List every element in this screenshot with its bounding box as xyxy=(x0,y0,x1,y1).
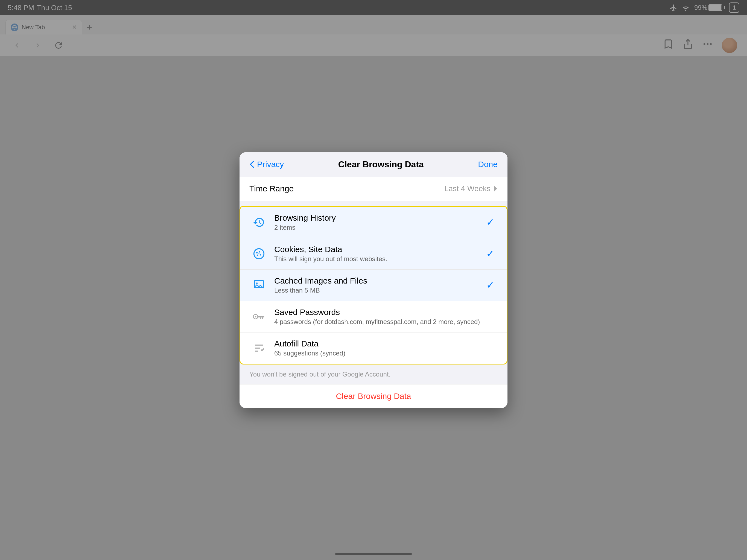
autofill-subtitle: 65 suggestions (synced) xyxy=(274,350,497,357)
autofill-text: Autofill Data 65 suggestions (synced) xyxy=(274,339,497,357)
clear-browsing-data-modal: Privacy Clear Browsing Data Done Time Ra… xyxy=(239,152,508,408)
browsing-history-check: ✓ xyxy=(484,217,497,228)
browsing-history-title: Browsing History xyxy=(274,213,484,223)
time-range-text: Last 4 Weeks xyxy=(444,184,491,193)
clear-browsing-data-button[interactable]: Clear Browsing Data xyxy=(239,384,508,408)
cookies-row[interactable]: Cookies, Site Data This will sign you ou… xyxy=(240,238,507,270)
modal-header: Privacy Clear Browsing Data Done xyxy=(239,152,508,177)
cookies-subtitle: This will sign you out of most websites. xyxy=(274,255,484,263)
cached-text: Cached Images and Files Less than 5 MB xyxy=(274,276,484,294)
items-section: Browsing History 2 items ✓ xyxy=(239,206,508,364)
autofill-icon xyxy=(250,339,268,357)
history-icon xyxy=(250,213,268,231)
svg-point-10 xyxy=(258,253,259,254)
browsing-history-subtitle: 2 items xyxy=(274,224,484,231)
svg-point-14 xyxy=(255,316,256,317)
footer-note: You won't be signed out of your Google A… xyxy=(239,364,508,384)
password-icon xyxy=(250,308,268,325)
saved-passwords-title: Saved Passwords xyxy=(274,308,497,317)
modal-overlay: Privacy Clear Browsing Data Done Time Ra… xyxy=(0,0,747,560)
saved-passwords-row[interactable]: Saved Passwords 4 passwords (for dotdash… xyxy=(240,301,507,332)
cookies-check: ✓ xyxy=(484,248,497,259)
cached-icon xyxy=(250,276,268,294)
cached-check: ✓ xyxy=(484,279,497,291)
saved-passwords-text: Saved Passwords 4 passwords (for dotdash… xyxy=(274,308,497,326)
back-to-privacy-button[interactable]: Privacy xyxy=(249,160,284,169)
svg-point-6 xyxy=(256,252,258,253)
svg-rect-17 xyxy=(260,317,261,319)
time-range-value[interactable]: Last 4 Weeks xyxy=(444,184,498,193)
cookies-icon xyxy=(250,245,268,262)
back-label: Privacy xyxy=(257,160,284,169)
modal-footer: You won't be signed out of your Google A… xyxy=(239,364,508,408)
svg-point-8 xyxy=(260,254,261,255)
time-range-label: Time Range xyxy=(249,184,294,193)
svg-rect-15 xyxy=(258,316,264,317)
cached-title: Cached Images and Files xyxy=(274,276,484,285)
browsing-history-row[interactable]: Browsing History 2 items ✓ xyxy=(240,207,507,238)
svg-point-7 xyxy=(259,251,260,252)
modal-title: Clear Browsing Data xyxy=(338,159,424,170)
cookies-text: Cookies, Site Data This will sign you ou… xyxy=(274,245,484,263)
svg-point-9 xyxy=(257,254,258,256)
cached-images-row[interactable]: Cached Images and Files Less than 5 MB ✓ xyxy=(240,270,507,301)
autofill-row[interactable]: Autofill Data 65 suggestions (synced) xyxy=(240,332,507,364)
done-button[interactable]: Done xyxy=(478,160,498,169)
browsing-history-text: Browsing History 2 items xyxy=(274,213,484,231)
time-range-row[interactable]: Time Range Last 4 Weeks xyxy=(239,177,508,201)
autofill-title: Autofill Data xyxy=(274,339,497,348)
cookies-title: Cookies, Site Data xyxy=(274,245,484,254)
cached-subtitle: Less than 5 MB xyxy=(274,286,484,294)
svg-rect-16 xyxy=(262,317,263,319)
svg-point-12 xyxy=(256,282,258,284)
saved-passwords-subtitle: 4 passwords (for dotdash.com, myfitnessp… xyxy=(274,318,497,326)
